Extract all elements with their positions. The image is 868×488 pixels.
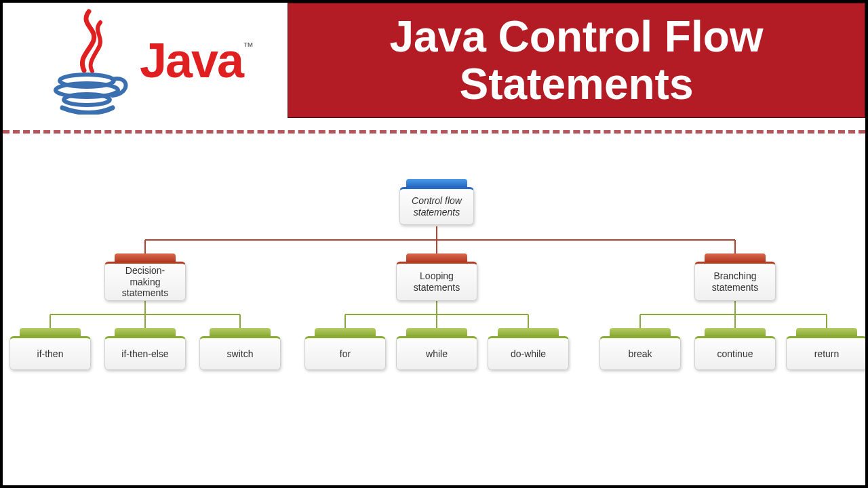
node-label: Control flow statements xyxy=(399,187,474,225)
node-tab xyxy=(115,253,176,262)
node-root: Control flow statements xyxy=(399,179,474,225)
node-label: Branching statements xyxy=(694,262,776,301)
node-label: if-then xyxy=(9,336,91,370)
node-label: if-then-else xyxy=(104,336,186,370)
node-label: return xyxy=(786,336,867,370)
node-leaf-if-then-else: if-then-else xyxy=(104,328,186,370)
node-category-decision-making: Decision-making statements xyxy=(104,253,186,301)
hierarchy-diagram: Control flow statements Decision-making … xyxy=(3,179,868,464)
node-leaf-if-then: if-then xyxy=(9,328,91,370)
node-leaf-switch: switch xyxy=(199,328,281,370)
node-label: Looping statements xyxy=(396,262,477,301)
node-label: break xyxy=(599,336,681,370)
node-label: while xyxy=(396,336,477,370)
node-tab xyxy=(406,328,467,336)
node-label: Decision-making statements xyxy=(104,262,186,301)
node-tab xyxy=(705,253,766,262)
node-tab xyxy=(705,328,766,336)
node-leaf-continue: continue xyxy=(694,328,776,370)
node-leaf-do-while: do-while xyxy=(488,328,569,370)
node-category-branching: Branching statements xyxy=(694,253,776,301)
node-tab xyxy=(115,328,176,336)
node-tab xyxy=(406,179,467,187)
node-tab xyxy=(498,328,559,336)
node-label: continue xyxy=(694,336,776,370)
node-leaf-break: break xyxy=(599,328,681,370)
node-tab xyxy=(610,328,671,336)
logo-label: Java xyxy=(140,33,243,87)
node-tab xyxy=(406,253,467,262)
svg-point-2 xyxy=(64,94,110,105)
title-banner: Java Control Flow Statements xyxy=(288,3,865,118)
node-tab xyxy=(315,328,376,336)
node-tab xyxy=(796,328,857,336)
node-tab xyxy=(20,328,81,336)
trademark-symbol: ™ xyxy=(243,41,252,52)
title-text: Java Control Flow Statements xyxy=(288,7,865,114)
node-label: switch xyxy=(199,336,281,370)
node-leaf-return: return xyxy=(786,328,867,370)
node-leaf-for: for xyxy=(304,328,386,370)
slide-page: Java™ Java Control Flow Statements xyxy=(0,0,868,488)
node-tab xyxy=(210,328,271,336)
dashed-divider xyxy=(3,130,865,134)
header: Java™ Java Control Flow Statements xyxy=(3,3,865,118)
node-label: for xyxy=(304,336,386,370)
node-label: do-while xyxy=(488,336,569,370)
logo-area: Java™ xyxy=(3,3,288,118)
java-cup-icon xyxy=(45,6,133,115)
logo-text: Java™ xyxy=(140,33,252,88)
node-leaf-while: while xyxy=(396,328,477,370)
node-category-looping: Looping statements xyxy=(396,253,477,301)
